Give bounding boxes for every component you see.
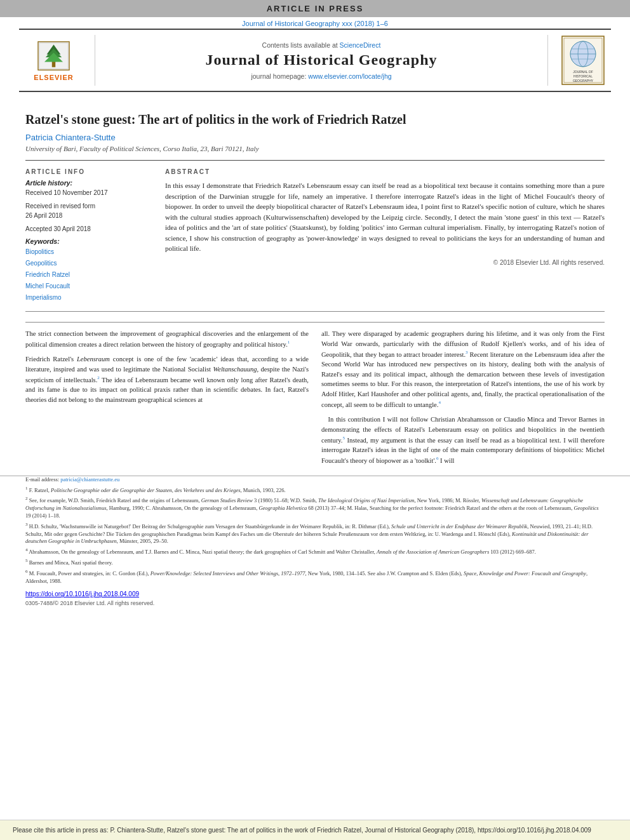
article-info: ARTICLE INFO Article history: Received 1… bbox=[25, 168, 152, 303]
elsevier-tree-icon bbox=[36, 40, 71, 72]
aip-banner-text: ARTICLE IN PRESS bbox=[267, 4, 364, 13]
keyword-2[interactable]: Geopolitics bbox=[25, 258, 152, 269]
revised-text: Received in revised form 26 April 2018 bbox=[25, 201, 152, 220]
right-column: all. They were disparaged by academic ge… bbox=[321, 329, 605, 470]
homepage-prefix: journal homepage: bbox=[251, 72, 308, 80]
doi-link[interactable]: https://doi.org/10.1016/j.jhg.2018.04.00… bbox=[25, 590, 139, 597]
keyword-3[interactable]: Friedrich Ratzel bbox=[25, 269, 152, 281]
keyword-1[interactable]: Biopolitics bbox=[25, 246, 152, 258]
article-info-abstract: ARTICLE INFO Article history: Received 1… bbox=[25, 160, 605, 312]
svg-text:HISTORICAL: HISTORICAL bbox=[573, 74, 593, 78]
keywords-list: Biopolitics Geopolitics Friedrich Ratzel… bbox=[25, 246, 152, 303]
doi-footer: https://doi.org/10.1016/j.jhg.2018.04.00… bbox=[0, 587, 630, 600]
footnote-6: 6 M. Foucault, Power and strategies, in:… bbox=[25, 569, 605, 585]
history-label: Article history: bbox=[25, 179, 152, 187]
journal-ref-text: Journal of Historical Geography xxx (201… bbox=[242, 20, 388, 27]
email-link[interactable]: patricia@chianterastutte.eu bbox=[60, 476, 119, 483]
abstract-section: ABSTRACT In this essay I demonstrate tha… bbox=[165, 168, 605, 303]
author-name: Patricia Chiantera-Stutte bbox=[25, 133, 605, 142]
copyright-line: © 2018 Elsevier Ltd. All rights reserved… bbox=[165, 259, 605, 266]
journal-logo-icon: JOURNAL OF HISTORICAL GEOGRAPHY bbox=[561, 35, 605, 86]
homepage-line: journal homepage: www.elsevier.com/locat… bbox=[251, 72, 391, 80]
contents-prefix: Contents lists available at bbox=[262, 41, 340, 49]
journal-main-title: Journal of Historical Geography bbox=[206, 51, 438, 69]
elsevier-label: ELSEVIER bbox=[34, 74, 73, 81]
footnote-4: 4 Abrahamsson, On the genealogy of Leben… bbox=[25, 547, 605, 556]
keyword-4[interactable]: Michel Foucault bbox=[25, 281, 152, 292]
body-para-3: all. They were disparaged by academic ge… bbox=[321, 329, 605, 410]
sciencedirect-link[interactable]: ScienceDirect bbox=[340, 41, 381, 49]
keyword-5[interactable]: Imperialismo bbox=[25, 292, 152, 303]
received-text: Received 10 November 2017 bbox=[25, 188, 152, 197]
body-para-1: The strict connection between the improv… bbox=[25, 329, 309, 349]
two-column-body: The strict connection between the improv… bbox=[0, 329, 630, 470]
footnote-3: 3 H.D. Schultz, 'Wachstumswille ist Natu… bbox=[25, 522, 605, 546]
homepage-url[interactable]: www.elsevier.com/locate/jhg bbox=[308, 72, 391, 80]
svg-text:JOURNAL OF: JOURNAL OF bbox=[573, 70, 593, 74]
journal-title-area: Contents lists available at ScienceDirec… bbox=[95, 35, 547, 86]
body-divider bbox=[25, 322, 605, 323]
contents-line: Contents lists available at ScienceDirec… bbox=[262, 41, 381, 49]
svg-text:GEOGRAPHY: GEOGRAPHY bbox=[572, 79, 593, 83]
footnote-5: 5 Barnes and Minca, Nazi spatial theory. bbox=[25, 558, 605, 567]
abstract-text: In this essay I demonstrate that Friedri… bbox=[165, 180, 605, 254]
accepted-text: Accepted 30 April 2018 bbox=[25, 224, 152, 234]
body-para-2: Friedrich Ratzel's Lebensraum concept is… bbox=[25, 354, 309, 404]
citation-bar: Please cite this article in press as: P.… bbox=[0, 820, 630, 840]
affiliation: University of Bari, Faculty of Political… bbox=[25, 145, 605, 152]
body-para-4: In this contribution I will not follow C… bbox=[321, 415, 605, 465]
citation-text: Please cite this article in press as: P.… bbox=[13, 827, 591, 834]
abstract-header: ABSTRACT bbox=[165, 168, 605, 175]
footnotes-area: E-mail address: patricia@chianterastutte… bbox=[0, 476, 630, 587]
page: ARTICLE IN PRESS Journal of Historical G… bbox=[0, 0, 630, 840]
left-column: The strict connection between the improv… bbox=[25, 329, 309, 470]
article-info-header: ARTICLE INFO bbox=[25, 168, 152, 175]
keywords-label: Keywords: bbox=[25, 237, 152, 245]
journal-logo-area: JOURNAL OF HISTORICAL GEOGRAPHY bbox=[547, 35, 611, 86]
journal-ref-line: Journal of Historical Geography xxx (201… bbox=[0, 17, 630, 29]
issn-line: 0305-7488/© 2018 Elsevier Ltd. All right… bbox=[0, 600, 630, 609]
article-title: Ratzel's stone guest: The art of politic… bbox=[25, 111, 605, 128]
article-content: Ratzel's stone guest: The art of politic… bbox=[0, 92, 630, 322]
journal-header: ELSEVIER Contents lists available at Sci… bbox=[19, 29, 611, 92]
aip-banner: ARTICLE IN PRESS bbox=[0, 0, 630, 17]
footnote-1: 1 F. Ratzel, Politische Geographie oder … bbox=[25, 486, 605, 495]
email-label: E-mail address: bbox=[25, 476, 60, 483]
footnote-2: 2 See, for example, W.D. Smith, Friedric… bbox=[25, 496, 605, 520]
footnote-email: E-mail address: patricia@chianterastutte… bbox=[25, 476, 605, 484]
elsevier-logo-area: ELSEVIER bbox=[19, 35, 95, 86]
